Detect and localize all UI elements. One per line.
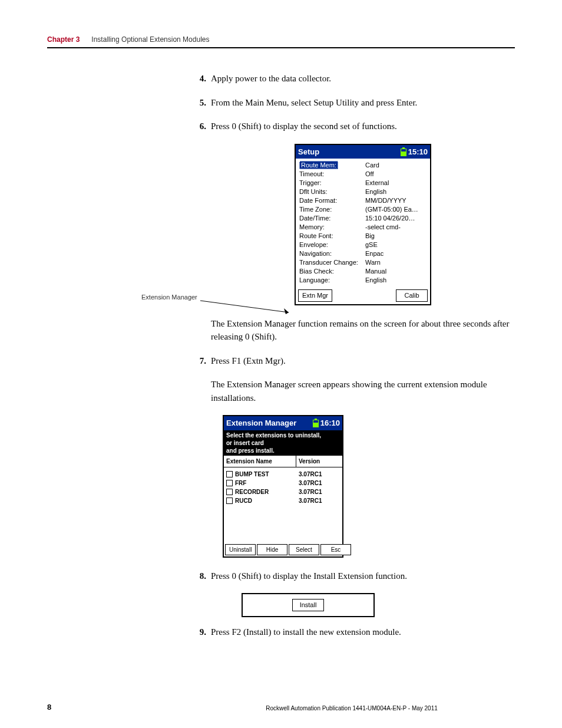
col-version-header: Version [296, 456, 342, 467]
setup-row-label: Timeout: [299, 170, 365, 179]
callout-extension-manager: Extension Manager [141, 292, 197, 302]
setup-row-value: 15:10 04/26/20… [365, 214, 427, 223]
page-header: Chapter 3 Installing Optional Extension … [47, 35, 515, 48]
hide-button[interactable]: Hide [257, 544, 287, 555]
setup-row-value: English [365, 276, 427, 285]
setup-screen-header: Setup 15:10 [296, 145, 430, 159]
setup-row-value: Enpac [365, 249, 427, 258]
step-7: 7. Press F1 (Extn Mgr). [194, 354, 515, 368]
setup-row-value: Warn [365, 258, 427, 267]
step-text: Apply power to the data collector. [211, 72, 515, 85]
svg-line-0 [200, 301, 289, 312]
setup-row-label: Envelope: [299, 241, 365, 249]
ext-version: 3.07RC1 [299, 487, 340, 496]
step-5: 5. From the Main Menu, select Setup Util… [194, 96, 515, 110]
setup-row-label: Language: [299, 276, 365, 285]
callout-arrow-icon [200, 298, 295, 316]
setup-row-label: Time Zone: [299, 205, 365, 214]
ext-table-header: Extension Name Version [224, 456, 342, 467]
ext-screen-header: Extension Manager 16:10 [224, 416, 342, 430]
setup-row-label: Dflt Units: [299, 187, 365, 196]
step-number: 5. [194, 96, 206, 110]
setup-row-value: External [365, 179, 427, 187]
checkbox-icon[interactable] [226, 498, 233, 504]
step-6: 6. Press 0 (Shift) to display the second… [194, 120, 515, 133]
setup-row-value: Card [365, 161, 427, 170]
checkbox-icon[interactable] [226, 471, 233, 477]
setup-row-value: Manual [365, 267, 427, 276]
uninstall-button[interactable]: Uninstall [225, 544, 256, 555]
setup-row-label: Bias Check: [299, 267, 365, 276]
step-text: Press 0 (Shift) to display the second se… [211, 120, 515, 133]
checkbox-icon[interactable] [226, 480, 233, 486]
setup-row-value: MM/DD/YYYY [365, 196, 427, 205]
install-screen: Install [242, 593, 375, 617]
step-4: 4. Apply power to the data collector. [194, 72, 515, 85]
esc-button[interactable]: Esc [320, 544, 351, 555]
setup-row-label: Transducer Change: [299, 258, 365, 267]
ext-row[interactable]: BUMP TEST3.07RC1 [226, 470, 340, 479]
ext-instructions: Select the extensions to uninstall, or i… [224, 430, 342, 456]
setup-body: Route Mem:Card Timeout:Off Trigger:Exter… [296, 159, 430, 287]
step-number: 4. [194, 72, 206, 85]
step-number: 7. [194, 354, 206, 368]
calib-button[interactable]: Calib [396, 289, 428, 302]
svg-marker-1 [284, 308, 289, 314]
setup-row-value: (GMT-05:00) Ea… [365, 205, 427, 214]
setup-row-label: Date Format: [299, 196, 365, 205]
ext-time: 16:10 [320, 419, 340, 427]
publication-info: Rockwell Automation Publication 1441-UM0… [189, 705, 515, 711]
setup-row-value: English [365, 187, 427, 196]
setup-title: Setup [298, 146, 319, 158]
setup-row-label: Route Font: [299, 232, 365, 241]
step-number: 9. [194, 625, 206, 639]
ext-version: 3.07RC1 [299, 479, 340, 487]
ext-name: FRF [235, 479, 299, 487]
setup-row-label: Date/Time: [299, 214, 365, 223]
ext-name: RECORDER [235, 487, 299, 496]
setup-row-label: Navigation: [299, 249, 365, 258]
checkbox-icon[interactable] [226, 489, 233, 495]
setup-row-value: Off [365, 170, 427, 179]
ext-row[interactable]: RUCD3.07RC1 [226, 496, 340, 505]
ext-row[interactable]: FRF3.07RC1 [226, 479, 340, 487]
setup-row-label[interactable]: Route Mem: [299, 161, 338, 169]
install-button[interactable]: Install [292, 599, 324, 611]
chapter-label: Chapter 3 [47, 35, 80, 44]
ext-row[interactable]: RECORDER3.07RC1 [226, 487, 340, 496]
select-button[interactable]: Select [289, 544, 319, 555]
step-9: 9. Press F2 (Install) to install the new… [194, 625, 515, 639]
step-text: Press F2 (Install) to install the new ex… [211, 625, 515, 639]
battery-icon [401, 149, 406, 156]
ext-version: 3.07RC1 [299, 496, 340, 505]
setup-time: 15:10 [408, 147, 428, 156]
setup-row-value: -select cmd- [365, 223, 427, 232]
page-number: 8 [47, 703, 189, 711]
ext-name: RUCD [235, 496, 299, 505]
setup-screen: Setup 15:10 Route Mem:Card Timeout:Off T… [295, 144, 431, 305]
step-text: Press F1 (Extn Mgr). [211, 354, 515, 368]
setup-row-label: Trigger: [299, 179, 365, 187]
paragraph: The Extension Manager screen appears sho… [211, 378, 515, 404]
extn-mgr-button[interactable]: Extn Mgr [298, 289, 332, 302]
setup-row-value: Big [365, 232, 427, 241]
ext-name: BUMP TEST [235, 470, 299, 479]
ext-version: 3.07RC1 [299, 470, 340, 479]
setup-row-value: gSE [365, 241, 427, 249]
paragraph: The Extension Manager function remains o… [211, 317, 515, 344]
extension-manager-screen: Extension Manager 16:10 Select the exten… [223, 415, 343, 558]
page-footer: 8 Rockwell Automation Publication 1441-U… [47, 703, 515, 711]
step-text: Press 0 (Shift) to display the Install E… [211, 569, 515, 583]
col-name-header: Extension Name [224, 456, 296, 467]
chapter-title: Installing Optional Extension Modules [91, 35, 209, 44]
ext-title: Extension Manager [226, 417, 296, 429]
setup-row-label: Memory: [299, 223, 365, 232]
step-number: 6. [194, 120, 206, 133]
ext-list: BUMP TEST3.07RC1 FRF3.07RC1 RECORDER3.07… [224, 467, 342, 543]
step-text: From the Main Menu, select Setup Utility… [211, 96, 515, 110]
step-number: 8. [194, 569, 206, 583]
step-8: 8. Press 0 (Shift) to display the Instal… [194, 569, 515, 583]
battery-icon [313, 420, 319, 427]
